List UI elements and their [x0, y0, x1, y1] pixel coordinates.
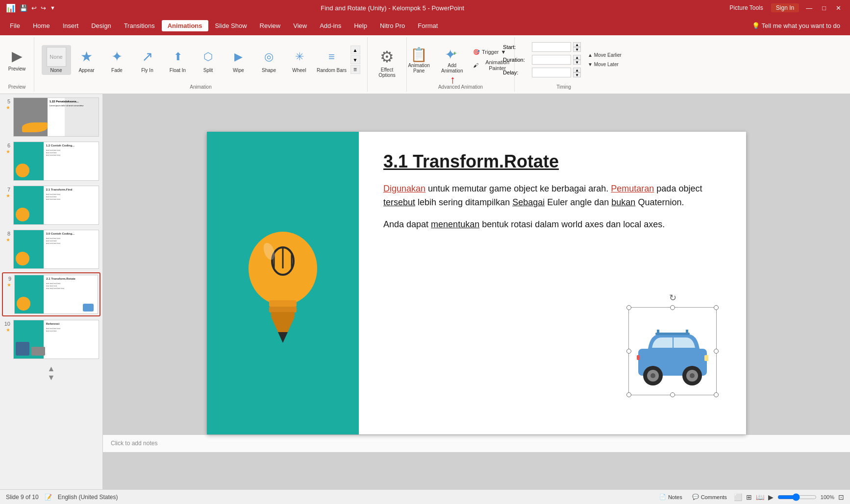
duration-down[interactable]: ▼: [573, 60, 581, 65]
slide-num-8: 8: [3, 230, 10, 237]
slide-thumb-9[interactable]: 9 ★ 2.1 Transform.Rotate text text text …: [2, 272, 100, 316]
handle-ml[interactable]: [626, 349, 631, 354]
anim-split-btn[interactable]: ⬡ Split: [194, 45, 223, 75]
duration-up[interactable]: ▲: [573, 55, 581, 60]
anim-fade-btn[interactable]: ✦ Fade: [102, 45, 132, 75]
slide-num-9: 9: [4, 275, 11, 282]
slideshow-icon[interactable]: ▶: [768, 493, 774, 501]
delay-down[interactable]: ▼: [573, 72, 581, 77]
menu-view[interactable]: View: [287, 20, 313, 31]
fade-icon: ✦: [107, 47, 127, 67]
handle-br[interactable]: [714, 392, 719, 397]
slide-num-col-6: 6 ★: [3, 142, 10, 154]
anim-wipe-btn[interactable]: ▶ Wipe: [224, 45, 253, 75]
car-container[interactable]: ↻: [628, 307, 717, 395]
animation-scroll: ▲ ▼ ☰: [350, 46, 360, 74]
anim-floatin-btn[interactable]: ⬆ Float In: [163, 45, 193, 75]
handle-bm[interactable]: [670, 392, 675, 397]
scroll-up[interactable]: ▲: [350, 46, 360, 54]
menu-nitropro[interactable]: Nitro Pro: [374, 20, 411, 31]
reading-view-icon[interactable]: 📖: [756, 493, 764, 501]
handle-bl[interactable]: [626, 392, 631, 397]
menu-home[interactable]: Home: [27, 20, 56, 31]
animation-pane-btn[interactable]: 📋 Animation Pane: [404, 45, 434, 75]
fit-slide-icon[interactable]: ⊡: [838, 493, 844, 501]
fade-label: Fade: [111, 68, 123, 73]
scroll-down[interactable]: ▼: [350, 55, 360, 64]
duration-input[interactable]: [532, 55, 571, 65]
handle-tm[interactable]: [670, 305, 675, 310]
start-down[interactable]: ▼: [573, 47, 581, 52]
bottom-left: Slide 9 of 10 📝 English (United States): [6, 494, 118, 501]
menu-design[interactable]: Design: [85, 20, 117, 31]
slide-thumb-5[interactable]: 5 ★ 1.22 Penatalaksana... Lorem ipsum do…: [2, 96, 100, 138]
menu-help[interactable]: Help: [348, 20, 373, 31]
menu-format[interactable]: Format: [412, 20, 444, 31]
menu-insert[interactable]: Insert: [57, 20, 85, 31]
menu-review[interactable]: Review: [254, 20, 287, 31]
scroll-down-arrow[interactable]: ▼: [47, 373, 56, 382]
advanced-animation-section: 📋 Animation Pane ✦+ Add Animation 🎯 Trig…: [407, 37, 515, 92]
tell-me-input[interactable]: 💡 Tell me what you want to do: [746, 20, 846, 31]
slide-thumb-10[interactable]: 10 ★ Referensi text text text texttext t…: [2, 318, 100, 360]
anim-randombars-btn[interactable]: ≡ Random Bars: [315, 45, 349, 75]
slide-sorter-icon[interactable]: ⊞: [746, 493, 752, 501]
menu-animations[interactable]: Animations: [162, 20, 208, 31]
quick-redo[interactable]: ↪: [41, 4, 46, 12]
slide-panel: 5 ★ 1.22 Penatalaksana... Lorem ipsum do…: [0, 94, 103, 489]
effect-options-btn[interactable]: ⚙ Effect Options: [370, 46, 404, 80]
start-up[interactable]: ▲: [573, 42, 581, 47]
anim-appear-btn[interactable]: ★ Appear: [72, 45, 101, 75]
scroll-more[interactable]: ☰: [350, 65, 360, 74]
slide-thumb-6[interactable]: 6 ★ 1.2 Contoh Coding... text text text …: [2, 140, 100, 182]
bottom-bar: Slide 9 of 10 📝 English (United States) …: [0, 489, 850, 504]
rotate-handle[interactable]: ↻: [669, 292, 676, 303]
notes-area[interactable]: Click to add notes: [103, 434, 850, 452]
delay-input[interactable]: [532, 68, 571, 77]
slide-star-9: ★: [7, 282, 11, 288]
panel-scroll-controls: ▲ ▼: [2, 364, 100, 382]
maximize-button[interactable]: □: [819, 3, 829, 13]
quick-save[interactable]: 💾: [20, 4, 27, 12]
handle-mr[interactable]: [714, 349, 719, 354]
slide-star-6: ★: [6, 149, 10, 154]
anim-wheel-btn[interactable]: ✳ Wheel: [285, 45, 314, 75]
add-animation-btn[interactable]: ✦+ Add Animation: [437, 45, 467, 75]
digunakan-text: Digunakan: [383, 184, 425, 193]
start-input[interactable]: [532, 42, 571, 52]
slide-num-col-10: 10 ★: [3, 320, 10, 333]
sign-in-button[interactable]: Sign In: [771, 3, 799, 12]
quick-customize[interactable]: ▼: [50, 5, 55, 11]
reorder-earlier-btn[interactable]: ▲ Move Earlier: [585, 51, 625, 59]
scroll-up-arrow[interactable]: ▲: [47, 364, 56, 373]
menu-file[interactable]: File: [4, 20, 26, 31]
anim-flyin-btn[interactable]: ↗ Fly In: [133, 45, 162, 75]
start-arrows: ▲ ▼: [573, 42, 581, 52]
preview-button[interactable]: ▶ Preview: [2, 45, 32, 74]
slide-thumb-7[interactable]: 7 ★ 2.1 Transform.Find text text text te…: [2, 184, 100, 226]
anim-none-btn[interactable]: None None: [42, 45, 71, 75]
effect-options-label: Effect Options: [374, 67, 400, 78]
handle-tl[interactable]: [626, 305, 631, 310]
slide-img-5: 1.22 Penatalaksana... Lorem ipsum dolor …: [13, 97, 99, 137]
slide-num-col-8: 8 ★: [3, 230, 10, 242]
handle-tr[interactable]: [714, 305, 719, 310]
anim-shape-btn[interactable]: ◎ Shape: [254, 45, 284, 75]
spell-check-icon[interactable]: 📝: [45, 494, 52, 501]
slide-left-panel: [207, 132, 359, 434]
minimize-button[interactable]: —: [803, 3, 815, 13]
reorder-later-btn[interactable]: ▼ Move Later: [585, 61, 625, 68]
slide-thumb-8[interactable]: 8 ★ 3.0 Contoh Coding... text text text …: [2, 228, 100, 270]
menu-slideshow[interactable]: Slide Show: [209, 20, 253, 31]
menu-transitions[interactable]: Transitions: [118, 20, 161, 31]
menu-addins[interactable]: Add-ins: [314, 20, 347, 31]
notes-button[interactable]: 📄 Notes: [656, 493, 685, 501]
floatin-label: Float In: [170, 68, 186, 73]
delay-up[interactable]: ▲: [573, 68, 581, 72]
close-button[interactable]: ✕: [833, 3, 844, 13]
zoom-slider[interactable]: [777, 493, 817, 501]
normal-view-icon[interactable]: ⬜: [734, 493, 742, 501]
slide-img-7: 2.1 Transform.Find text text text textte…: [13, 186, 99, 225]
quick-undo[interactable]: ↩: [31, 4, 37, 12]
comments-button[interactable]: 💬 Comments: [689, 493, 730, 501]
